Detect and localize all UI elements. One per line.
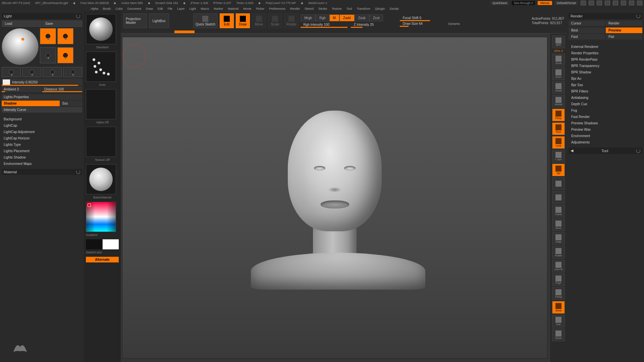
mrgb-button[interactable]: Mrgb	[301, 14, 316, 21]
menus-toggle[interactable]: Menus	[538, 1, 552, 5]
menu-file[interactable]: File	[168, 7, 173, 10]
rail-polyf[interactable]: PolyF	[552, 274, 565, 286]
gradient-label[interactable]: Gradient	[86, 233, 119, 237]
menu-render[interactable]: Render	[290, 7, 300, 10]
section-lightcap-adjustment[interactable]: LightCap Adjustment	[2, 129, 82, 135]
render-bpr-ao[interactable]: Bpr Ao	[569, 75, 642, 82]
render-preview-shadows[interactable]: Preview Shadows	[569, 120, 642, 126]
preview-button[interactable]: Preview	[606, 27, 642, 33]
z-intensity-slider[interactable]: Z Intensity 25	[351, 22, 398, 27]
menu-layer[interactable]: Layer	[177, 7, 185, 10]
reload-icon[interactable]	[76, 170, 80, 174]
color-picker[interactable]	[86, 202, 116, 232]
light-slot-6[interactable]	[22, 67, 41, 77]
scale-button[interactable]: Scale	[268, 13, 282, 28]
quick-sketch-button[interactable]: Quick Sketch	[193, 13, 218, 28]
menu-zscript[interactable]: Zscript	[390, 7, 399, 10]
quicksave-button[interactable]: QuickSave	[490, 1, 509, 5]
menu-draw[interactable]: Draw	[146, 7, 153, 10]
load-button[interactable]: Load	[2, 20, 42, 27]
timeline-ruler[interactable]	[121, 30, 567, 34]
draw-size-slider[interactable]: Draw Size 64	[400, 21, 447, 26]
menu-brush[interactable]: Brush	[103, 7, 111, 10]
render-adjustments[interactable]: Adjustments	[569, 139, 642, 145]
menu-movie[interactable]: Movie	[243, 7, 251, 10]
alternate-button[interactable]: Alternate	[86, 257, 119, 262]
section-background[interactable]: Background	[2, 116, 82, 122]
lightbox-button[interactable]: LightBox	[149, 13, 169, 28]
render-bpr-transparency[interactable]: BPR Transparency	[569, 63, 642, 69]
menu-stencil[interactable]: Stencil	[305, 7, 314, 10]
light-direction-sphere[interactable]	[2, 28, 39, 65]
menu-light[interactable]: Light	[190, 7, 196, 10]
render-bpr-shadow[interactable]: BPR Shadow	[569, 69, 642, 75]
rail-local[interactable]: Local	[552, 136, 565, 149]
menu-stroke[interactable]: Stroke	[318, 7, 327, 10]
light-slot-1[interactable]	[40, 28, 56, 44]
best-button[interactable]: Best	[569, 27, 605, 33]
rail-btn[interactable]	[552, 191, 565, 204]
rail-line-fill[interactable]: Line Fill	[552, 260, 565, 273]
menu-preferences[interactable]: Preferences	[269, 7, 285, 10]
menu-tool[interactable]: Tool	[346, 7, 352, 10]
light-slot-5[interactable]	[2, 67, 21, 77]
focal-shift-slider[interactable]: Focal Shift 0	[400, 15, 460, 20]
render-external-renderer[interactable]: External Renderer	[569, 44, 642, 50]
light-slot-4[interactable]	[57, 47, 73, 63]
section-lightcap[interactable]: LightCap	[2, 122, 82, 129]
menu-material[interactable]: Material	[228, 7, 238, 10]
zsub-button[interactable]: Zsub	[355, 14, 369, 21]
light-slot-3[interactable]	[40, 47, 56, 63]
rail-floor[interactable]: Floor	[552, 122, 565, 135]
render-button[interactable]: Render	[606, 20, 642, 26]
move-button[interactable]: Move	[252, 13, 266, 28]
menu-macro[interactable]: Macro	[201, 7, 209, 10]
intensity-curve-button[interactable]: Intensity Curve	[2, 107, 82, 113]
layout-icon[interactable]	[589, 1, 594, 5]
reload-icon[interactable]	[636, 149, 640, 153]
rail-btn[interactable]	[552, 177, 565, 190]
rail-frame[interactable]: Frame	[552, 205, 565, 218]
section-lights-shadow[interactable]: Lights Shadow	[2, 154, 82, 161]
rail-l-sym[interactable]: L.Sym	[552, 150, 565, 163]
close-icon[interactable]	[637, 1, 642, 5]
section-environment-maps[interactable]: Environment Maps	[2, 161, 82, 167]
reload-icon[interactable]	[76, 14, 80, 18]
rotate-button[interactable]: Rotate	[284, 13, 299, 28]
save-button[interactable]: Save	[42, 20, 82, 27]
light-color-swatch[interactable]	[3, 79, 10, 85]
rail-solo[interactable]: Solo	[552, 315, 565, 327]
rail-persp[interactable]: Persp	[552, 109, 565, 121]
projection-master-button[interactable]: Projection Master	[123, 13, 147, 28]
rail-actual[interactable]: Actual	[552, 81, 565, 94]
render-render-properties[interactable]: Render Properties	[569, 50, 642, 56]
secondary-color[interactable]	[86, 239, 102, 249]
render-depth-cue[interactable]: Depth Cue	[569, 101, 642, 107]
intensity-slider[interactable]: Intensity 0.95259	[2, 78, 82, 86]
bpr-button[interactable]: BPR	[552, 36, 565, 48]
render-preview-wax[interactable]: Preview Wax	[569, 126, 642, 133]
light-slot-8[interactable]	[63, 67, 82, 77]
rail-zoom[interactable]: Zoom	[552, 67, 565, 80]
canvas-viewport[interactable]	[122, 37, 547, 359]
zcut-button[interactable]: Zcut	[369, 14, 383, 21]
section-lightcap-horizon[interactable]: LightCap Horizon	[2, 135, 82, 141]
alpha-selector[interactable]	[86, 89, 116, 119]
rail-ghost[interactable]: Ghost	[552, 301, 565, 314]
light-slot-7[interactable]	[43, 67, 62, 77]
seethrough-slider[interactable]: See-through 0	[512, 1, 535, 5]
menu-alpha[interactable]: Alpha	[91, 7, 98, 10]
render-fog[interactable]: Fog	[569, 107, 642, 114]
rail-scroll[interactable]: Scroll	[552, 54, 565, 66]
flat-button[interactable]: Flat	[606, 34, 642, 40]
rail-aahalf[interactable]: AAHalf	[552, 95, 565, 108]
light-slot-2[interactable]	[57, 28, 73, 44]
cursor-button[interactable]: Cursor	[569, 20, 605, 26]
switch-color-button[interactable]: SwitchColor	[86, 251, 119, 254]
rail-xpose[interactable]: Xpose	[552, 328, 565, 341]
reload-icon[interactable]	[636, 14, 640, 18]
dynamic-toggle[interactable]: Dynamic	[448, 22, 460, 25]
default-zscript[interactable]: DefaultZScript	[555, 1, 578, 5]
rgb-button[interactable]: Rgb	[316, 14, 329, 21]
render-bpr-filters[interactable]: BPR Filters	[569, 88, 642, 95]
